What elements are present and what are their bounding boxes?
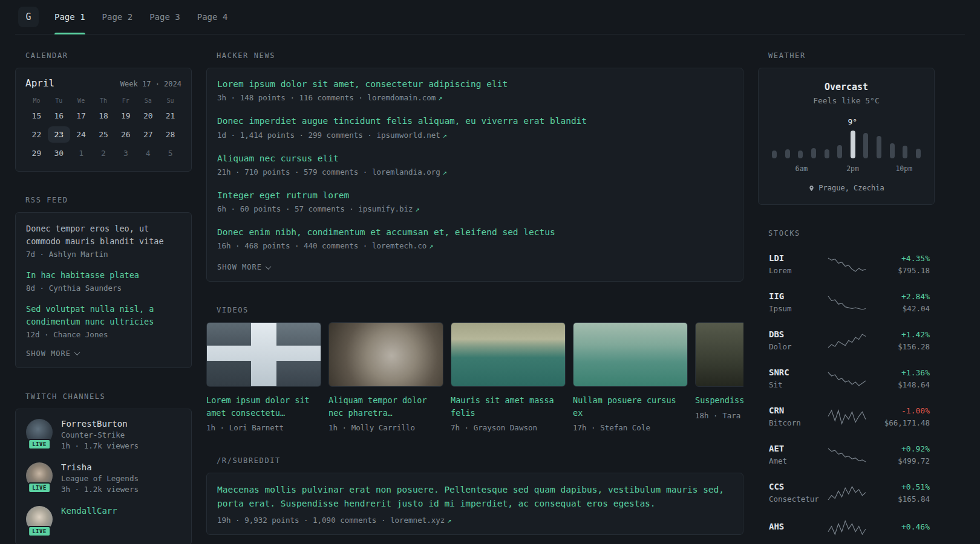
calendar-day[interactable]: 20 [137, 108, 159, 124]
video-card[interactable]: Suspendisse diam18h · Tara [695, 322, 743, 432]
hn-story-domain[interactable]: ipsumify.biz [358, 204, 413, 213]
video-thumbnail[interactable] [695, 322, 743, 387]
hn-story-domain[interactable]: loremlandia.org [372, 167, 440, 176]
stock-row[interactable]: CRNBitcorn-1.00%$66,171.48 [758, 398, 935, 436]
hn-story-title[interactable]: Lorem ipsum dolor sit amet, consectetur … [217, 78, 733, 90]
rss-item-title[interactable]: In hac habitasse platea [26, 269, 181, 282]
hn-story-title[interactable]: Aliquam nec cursus elit [217, 152, 733, 164]
channel-name[interactable]: Trisha [61, 462, 139, 472]
channel-name[interactable]: KendallCarr [61, 506, 117, 516]
calendar-day[interactable]: 28 [159, 126, 181, 143]
rss-item-title[interactable]: Donec tempor eros leo, ut commodo mauris… [26, 222, 181, 248]
stock-values: +0.51%$165.84 [867, 482, 930, 504]
calendar-day[interactable]: 25 [93, 126, 115, 143]
subreddit-post-meta: 19h · 9,932 points · 1,090 comments · lo… [217, 516, 733, 525]
twitch-channel[interactable]: LIVEKendallCarr [26, 506, 181, 533]
video-card[interactable]: Lorem ipsum dolor sit amet consectetu…1h… [206, 322, 321, 432]
rss-item-title[interactable]: Sed volutpat nulla nisl, a condimentum n… [26, 303, 181, 328]
video-title[interactable]: Suspendisse diam [695, 394, 743, 406]
calendar-day[interactable]: 16 [48, 108, 70, 124]
calendar-day[interactable]: 19 [114, 108, 137, 124]
stock-row[interactable]: LDILorem+4.35%$795.18 [758, 245, 935, 283]
weather-bar [903, 146, 907, 158]
tab-page-2[interactable]: Page 2 [102, 0, 133, 34]
twitch-channel[interactable]: LIVEForrestBurtonCounter-Strike1h · 1.7k… [26, 419, 181, 450]
calendar-day[interactable]: 15 [25, 108, 48, 124]
stock-row[interactable]: AHS+0.46% [758, 512, 935, 543]
video-card[interactable]: Nullam posuere cursus ex17h · Stefan Col… [573, 322, 688, 432]
calendar-day[interactable]: 27 [137, 126, 159, 143]
subreddit-post-title[interactable]: Maecenas mollis pulvinar erat non posuer… [217, 483, 733, 511]
hn-story-domain[interactable]: loremtech.co [372, 241, 426, 250]
stock-change: +1.42% [867, 329, 930, 340]
sparkline-chart [827, 371, 867, 387]
tab-page-1[interactable]: Page 1 [54, 0, 85, 34]
weather-bar [877, 136, 881, 158]
calendar-day[interactable]: 2 [93, 145, 115, 161]
stock-price: $66,171.48 [867, 418, 930, 428]
external-link-icon: ↗ [429, 242, 433, 250]
hn-story-title[interactable]: Donec enim nibh, condimentum et accumsan… [217, 226, 733, 238]
calendar-day[interactable]: 1 [70, 145, 93, 161]
stock-row[interactable]: IIGIpsum+2.84%$42.04 [758, 283, 935, 322]
calendar-day[interactable]: 18 [93, 108, 115, 124]
video-thumbnail[interactable] [328, 322, 443, 387]
weather-section-title: WEATHER [768, 51, 935, 60]
hn-story-title[interactable]: Integer eget rutrum lorem [217, 189, 733, 201]
calendar-day[interactable]: 22 [25, 126, 48, 143]
rss-show-more-button[interactable]: SHOW MORE [26, 349, 79, 358]
calendar-day[interactable]: 5 [159, 145, 181, 161]
calendar-day[interactable]: 24 [70, 126, 93, 143]
rss-item: In hac habitasse platea8d · Cynthia Saun… [26, 269, 181, 293]
hn-story: Donec enim nibh, condimentum et accumsan… [217, 226, 733, 250]
video-thumbnail[interactable] [573, 322, 688, 387]
video-thumbnail[interactable] [206, 322, 321, 387]
left-column: CALENDAR April Week 17 · 2024 MoTuWeThFr… [15, 51, 192, 544]
hackernews-show-more-button[interactable]: SHOW MORE [217, 263, 270, 271]
hackernews-widget: HACKER NEWS Lorem ipsum dolor sit amet, … [206, 51, 743, 282]
video-title[interactable]: Nullam posuere cursus ex [573, 394, 688, 419]
stock-row[interactable]: SNRCSit+1.36%$148.64 [758, 360, 935, 398]
hn-story-title[interactable]: Donec imperdiet augue tincidunt felis al… [217, 115, 733, 127]
external-link-icon: ↗ [443, 168, 447, 176]
stock-info: CRNBitcorn [769, 406, 827, 428]
hn-story-domain[interactable]: loremdomain.com [367, 93, 436, 102]
channel-name[interactable]: ForrestBurton [61, 419, 139, 429]
hn-story-domain[interactable]: ipsumworld.net [376, 131, 440, 140]
video-title[interactable]: Aliquam tempor dolor nec pharetra… [328, 394, 443, 419]
stock-name: Lorem [769, 266, 827, 276]
hn-story: Aliquam nec cursus elit21h · 710 points … [217, 152, 733, 176]
stock-info: AETAmet [769, 444, 827, 466]
stock-price: $795.18 [867, 266, 930, 276]
stock-row[interactable]: CCSConsectetur+0.51%$165.84 [758, 474, 935, 512]
subreddit-post-domain[interactable]: loremnet.xyz [390, 516, 445, 525]
video-title[interactable]: Mauris sit amet massa felis [451, 394, 566, 419]
calendar-day[interactable]: 3 [114, 145, 137, 161]
live-badge: LIVE [28, 439, 51, 450]
calendar-day[interactable]: 29 [25, 145, 48, 161]
video-thumbnail[interactable] [451, 322, 566, 387]
weather-feels-like: Feels like 5°C [769, 96, 923, 105]
calendar-day[interactable]: 30 [48, 145, 70, 161]
stock-row[interactable]: DBSDolor+1.42%$156.28 [758, 322, 935, 360]
video-card[interactable]: Aliquam tempor dolor nec pharetra…1h · M… [328, 322, 443, 432]
tab-page-4[interactable]: Page 4 [197, 0, 228, 34]
tab-page-3[interactable]: Page 3 [149, 0, 180, 34]
hn-story: Lorem ipsum dolor sit amet, consectetur … [217, 78, 733, 102]
twitch-channel[interactable]: LIVETrishaLeague of Legends3h · 1.2k vie… [26, 462, 181, 494]
app-logo[interactable]: G [18, 7, 39, 27]
calendar-day[interactable]: 21 [159, 108, 181, 124]
stock-change: +2.84% [867, 291, 930, 302]
video-card[interactable]: Mauris sit amet massa felis7h · Grayson … [451, 322, 566, 432]
sparkline-chart [827, 257, 867, 273]
calendar-day[interactable]: 23 [48, 126, 70, 143]
video-title[interactable]: Lorem ipsum dolor sit amet consectetu… [206, 394, 321, 419]
calendar-day[interactable]: 17 [70, 108, 93, 124]
rss-item-meta: 7d · Ashlyn Martin [26, 250, 181, 259]
calendar-day[interactable]: 26 [114, 126, 137, 143]
calendar-day[interactable]: 4 [137, 145, 159, 161]
stock-values: +0.92%$499.72 [867, 444, 930, 466]
stock-name: Ipsum [769, 304, 827, 314]
stock-row[interactable]: AETAmet+0.92%$499.72 [758, 436, 935, 474]
sparkline-chart [827, 447, 867, 463]
